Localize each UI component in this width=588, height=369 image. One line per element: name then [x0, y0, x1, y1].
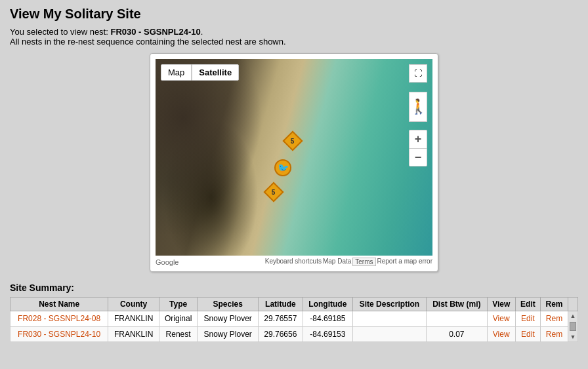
col-header-site-description: Site Description	[352, 298, 426, 311]
fullscreen-icon: ⛶	[414, 69, 422, 78]
row1-view-link[interactable]: View	[493, 314, 510, 323]
row2-site-description	[352, 326, 426, 342]
col-header-nest-name: Nest Name	[10, 298, 108, 311]
zoom-out-button[interactable]: −	[409, 148, 427, 166]
row2-rem-cell: Rem	[541, 326, 568, 342]
map-footer: Google Keyboard shortcuts Map Data Terms…	[156, 258, 432, 266]
site-summary-title: Site Summary:	[10, 282, 578, 293]
map-background	[156, 59, 432, 256]
scroll-down-arrow[interactable]: ▼	[569, 332, 578, 341]
pegman-button[interactable]: 🚶	[409, 92, 427, 122]
terms-link[interactable]: Terms	[352, 258, 375, 266]
row1-county: FRANKLIN	[108, 311, 159, 327]
marker-3[interactable]: 5	[266, 185, 281, 199]
col-header-latitude: Latitude	[259, 298, 303, 311]
fullscreen-button[interactable]: ⛶	[409, 64, 427, 83]
bird-marker-icon: 🐦	[274, 159, 291, 176]
map-type-controls: Map Satellite	[161, 64, 239, 81]
row2-rem-link[interactable]: Rem	[546, 330, 562, 339]
row1-edit-cell: Edit	[515, 311, 540, 327]
row1-dist-btw	[426, 311, 487, 327]
col-header-longitude: Longitude	[303, 298, 352, 311]
pegman-icon: 🚶	[410, 98, 427, 115]
intro-text: You selected to view nest: FR030 - SGSNP…	[10, 27, 578, 47]
report-map-error-link[interactable]: Report a map error	[377, 258, 432, 266]
map-type-satellite-button[interactable]: Satellite	[192, 64, 239, 81]
marker-3-label: 5	[272, 189, 276, 196]
col-header-type: Type	[159, 298, 197, 311]
scroll-thumb[interactable]	[570, 322, 576, 331]
zoom-in-button[interactable]: +	[409, 130, 427, 148]
row2-nest-link[interactable]: FR030 - SGSNPL24-10	[18, 330, 100, 339]
row2-longitude: -84.69153	[303, 326, 352, 342]
row2-nest-name: FR030 - SGSNPL24-10	[10, 326, 108, 342]
scroll-up-arrow[interactable]: ▲	[569, 311, 578, 320]
row1-rem-cell: Rem	[541, 311, 568, 327]
map-container: Map Satellite ⛶ 🚶 + − 5 🐦 5 Google K	[150, 53, 438, 272]
marker-2[interactable]: 🐦	[274, 159, 291, 176]
col-header-rem: Rem	[541, 298, 568, 311]
col-header-edit: Edit	[515, 298, 540, 311]
keyboard-shortcuts-link[interactable]: Keyboard shortcuts	[265, 258, 322, 266]
page-title: View My Solitary Site	[10, 7, 578, 22]
table-row: FR030 - SGSNPL24-10 FRANKLIN Renest Snow…	[10, 326, 578, 342]
row1-view-cell: View	[487, 311, 515, 327]
google-logo: Google	[156, 258, 178, 266]
marker-1[interactable]: 5	[285, 134, 300, 148]
row1-site-description	[352, 311, 426, 327]
table-row: FR028 - SGSNPL24-08 FRANKLIN Original Sn…	[10, 311, 578, 327]
row1-type: Original	[159, 311, 197, 327]
row2-edit-cell: Edit	[515, 326, 540, 342]
col-header-county: County	[108, 298, 159, 311]
row2-county: FRANKLIN	[108, 326, 159, 342]
row1-longitude: -84.69185	[303, 311, 352, 327]
row2-view-cell: View	[487, 326, 515, 342]
row1-latitude: 29.76557	[259, 311, 303, 327]
map-type-map-button[interactable]: Map	[161, 64, 192, 81]
row1-edit-link[interactable]: Edit	[521, 314, 535, 323]
row2-dist-btw: 0.07	[426, 326, 487, 342]
row1-nest-name: FR028 - SGSNPL24-08	[10, 311, 108, 327]
row1-species: Snowy Plover	[198, 311, 259, 327]
col-header-dist-btw: Dist Btw (mi)	[426, 298, 487, 311]
map-footer-links: Keyboard shortcuts Map Data Terms Report…	[265, 258, 432, 266]
row2-species: Snowy Plover	[198, 326, 259, 342]
nest-reference-bold: FR030 - SGSNPL24-10	[110, 27, 200, 37]
row2-type: Renest	[159, 326, 197, 342]
row2-view-link[interactable]: View	[493, 330, 510, 339]
intro-line2: All nests in the re-nest sequence contai…	[10, 37, 286, 47]
row2-latitude: 29.76656	[259, 326, 303, 342]
row1-nest-link[interactable]: FR028 - SGSNPL24-08	[18, 314, 100, 323]
map-area: Map Satellite ⛶ 🚶 + − 5 🐦 5	[156, 59, 432, 256]
map-data-link[interactable]: Map Data	[323, 258, 351, 266]
scrollbar-col: ▲ ▼	[568, 311, 578, 342]
row2-edit-link[interactable]: Edit	[521, 330, 535, 339]
scrollbar[interactable]: ▲ ▼	[568, 311, 578, 341]
site-summary-table: Nest Name County Type Species Latitude L…	[10, 297, 578, 342]
row1-rem-link[interactable]: Rem	[546, 314, 562, 323]
marker-1-label: 5	[291, 138, 295, 145]
col-header-species: Species	[198, 298, 259, 311]
col-header-view: View	[487, 298, 515, 311]
zoom-controls: + −	[409, 130, 427, 166]
scrollbar-header	[568, 298, 578, 311]
